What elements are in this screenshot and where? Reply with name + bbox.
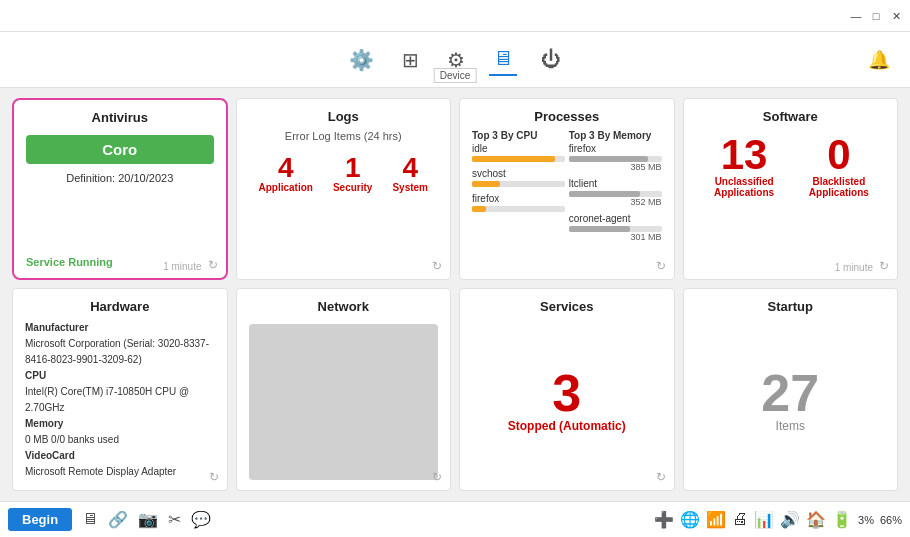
status-icon-2[interactable]: 🌐 xyxy=(680,510,700,529)
device-tooltip: Device xyxy=(434,68,477,83)
maximize-button[interactable]: □ xyxy=(870,10,882,22)
window-controls: — □ ✕ xyxy=(850,10,902,22)
bottom-bar: Begin 🖥 🔗 📷 ✂ 💬 ➕ 🌐 📶 🖨 📊 🔊 🏠 🔋 3% 66% xyxy=(0,501,910,537)
log-security-label: Security xyxy=(333,182,372,193)
hardware-card: Hardware Manufacturer Microsoft Corporat… xyxy=(12,288,228,491)
blacklisted-apps: 0 Blacklisted Applications xyxy=(793,134,885,198)
battery-percentage: 3% xyxy=(858,514,874,526)
bottom-right: ➕ 🌐 📶 🖨 📊 🔊 🏠 🔋 3% 66% xyxy=(654,510,902,529)
bottom-right-icons: ➕ 🌐 📶 🖨 📊 🔊 🏠 🔋 xyxy=(654,510,852,529)
cpu-proc-name-1: svchost xyxy=(472,168,565,179)
services-center: 3 Stopped (Automatic) xyxy=(472,320,662,480)
processes-card: Processes Top 3 By CPU idle svchost fire… xyxy=(459,98,675,280)
logs-numbers: 4 Application 1 Security 4 System xyxy=(249,154,439,193)
hw-videocard-value: Microsoft Remote Display Adapter xyxy=(25,464,215,480)
mem-item-1: ltclient 352 MB xyxy=(569,178,662,207)
bottom-icon-4[interactable]: ✂ xyxy=(168,510,181,529)
cpu-item-2: firefox xyxy=(472,193,565,212)
blacklisted-value: 0 xyxy=(793,134,885,176)
log-system: 4 System xyxy=(392,154,428,193)
mem-column: Top 3 By Memory firefox 385 MB ltclient … xyxy=(569,130,662,248)
services-refresh-icon[interactable]: ↻ xyxy=(656,470,666,484)
network-card: Network ↻ xyxy=(236,288,452,491)
mem-item-0: firefox 385 MB xyxy=(569,143,662,172)
services-title: Services xyxy=(472,299,662,314)
cpu-col-title: Top 3 By CPU xyxy=(472,130,565,141)
mem-col-title: Top 3 By Memory xyxy=(569,130,662,141)
logs-refresh-icon[interactable]: ↻ xyxy=(432,259,442,273)
cpu-item-0: idle xyxy=(472,143,565,162)
unclassified-value: 13 xyxy=(696,134,793,176)
close-button[interactable]: ✕ xyxy=(890,10,902,22)
status-icon-1[interactable]: ➕ xyxy=(654,510,674,529)
software-refresh-icon[interactable]: ↻ xyxy=(879,259,889,273)
hw-cpu-label: CPU xyxy=(25,370,46,381)
cpu-proc-name-0: idle xyxy=(472,143,565,154)
log-system-value: 4 xyxy=(392,154,428,182)
power-icon[interactable]: ⏻ xyxy=(537,44,565,75)
hardware-refresh-icon[interactable]: ↻ xyxy=(209,470,219,484)
antivirus-app-name: Coro xyxy=(26,135,214,164)
status-icon-4[interactable]: 🖨 xyxy=(732,510,748,529)
unclassified-label: Unclassified Applications xyxy=(696,176,793,198)
software-numbers: 13 Unclassified Applications 0 Blacklist… xyxy=(696,134,886,198)
antivirus-card: Antivirus Coro Definition: 20/10/2023 Se… xyxy=(12,98,228,280)
title-bar: — □ ✕ xyxy=(0,0,910,32)
status-icon-3[interactable]: 📶 xyxy=(706,510,726,529)
brightness-level: 66% xyxy=(880,514,902,526)
hw-memory-value: 0 MB 0/0 banks used xyxy=(25,432,215,448)
cpu-item-1: svchost xyxy=(472,168,565,187)
bell-icon[interactable]: 🔔 xyxy=(868,49,890,71)
hardware-title: Hardware xyxy=(25,299,215,314)
hw-videocard-label: VideoCard xyxy=(25,450,75,461)
grid-icon[interactable]: ⊞ xyxy=(398,44,423,76)
services-card: Services 3 Stopped (Automatic) ↻ xyxy=(459,288,675,491)
startup-items-label: Items xyxy=(776,419,805,433)
mem-value-1: 352 MB xyxy=(569,197,662,207)
network-title: Network xyxy=(249,299,439,314)
status-icon-5[interactable]: 📊 xyxy=(754,510,774,529)
network-refresh-icon[interactable]: ↻ xyxy=(432,470,442,484)
antivirus-time: 1 minute xyxy=(163,261,201,272)
antivirus-refresh-icon[interactable]: ↻ xyxy=(208,258,218,272)
begin-button[interactable]: Begin xyxy=(8,508,72,531)
bottom-icon-1[interactable]: 🖥 xyxy=(82,510,98,529)
mem-value-2: 301 MB xyxy=(569,232,662,242)
antivirus-title: Antivirus xyxy=(26,110,214,125)
mem-item-2: coronet-agent 301 MB xyxy=(569,213,662,242)
bottom-icon-3[interactable]: 📷 xyxy=(138,510,158,529)
status-icon-6[interactable]: 🔊 xyxy=(780,510,800,529)
bottom-icon-2[interactable]: 🔗 xyxy=(108,510,128,529)
dashboard-grid: Antivirus Coro Definition: 20/10/2023 Se… xyxy=(0,88,910,501)
hw-manufacturer-value: Microsoft Corporation (Serial: 3020-8337… xyxy=(25,336,215,368)
hardware-info: Manufacturer Microsoft Corporation (Seri… xyxy=(25,320,215,480)
software-card: Software 13 Unclassified Applications 0 … xyxy=(683,98,899,280)
logs-card: Logs Error Log Items (24 hrs) 4 Applicat… xyxy=(236,98,452,280)
log-system-label: System xyxy=(392,182,428,193)
mem-value-0: 385 MB xyxy=(569,162,662,172)
processes-grid: Top 3 By CPU idle svchost firefox Top 3 … xyxy=(472,130,662,248)
log-security: 1 Security xyxy=(333,154,372,193)
mem-proc-name-0: firefox xyxy=(569,143,662,154)
mem-proc-name-2: coronet-agent xyxy=(569,213,662,224)
processes-refresh-icon[interactable]: ↻ xyxy=(656,259,666,273)
top-nav: ⚙️ ⊞ ⚙ 🖥 ⏻ Device 🔔 xyxy=(0,32,910,88)
startup-items-value: 27 xyxy=(761,367,819,419)
logs-title: Logs xyxy=(249,109,439,124)
services-stopped-value: 3 xyxy=(552,367,581,419)
startup-center: 27 Items xyxy=(696,320,886,480)
cpu-column: Top 3 By CPU idle svchost firefox xyxy=(472,130,565,248)
unclassified-apps: 13 Unclassified Applications xyxy=(696,134,793,198)
minimize-button[interactable]: — xyxy=(850,10,862,22)
bottom-icon-5[interactable]: 💬 xyxy=(191,510,211,529)
status-icon-8[interactable]: 🔋 xyxy=(832,510,852,529)
status-icon-7[interactable]: 🏠 xyxy=(806,510,826,529)
log-application: 4 Application xyxy=(259,154,313,193)
startup-title: Startup xyxy=(696,299,886,314)
mem-proc-name-1: ltclient xyxy=(569,178,662,189)
activity-icon[interactable]: ⚙️ xyxy=(345,44,378,76)
blacklisted-label: Blacklisted Applications xyxy=(793,176,885,198)
log-security-value: 1 xyxy=(333,154,372,182)
log-application-value: 4 xyxy=(259,154,313,182)
device-icon[interactable]: 🖥 xyxy=(489,43,517,76)
